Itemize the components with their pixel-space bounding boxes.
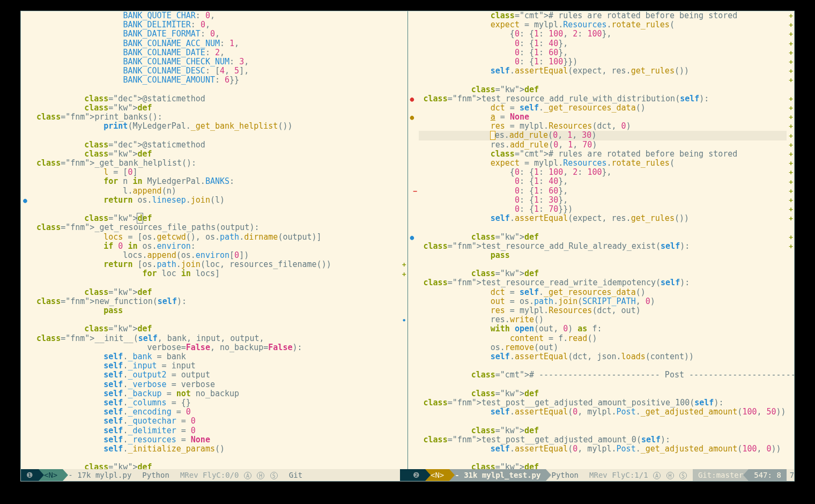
code-line[interactable]: res.write()	[419, 315, 787, 324]
code-line[interactable]: expect = mylpl.Resources.rotate_rules(	[419, 20, 787, 29]
code-line[interactable]: BANK_COLNAME_ACC_NUM: 1,	[32, 39, 400, 48]
code-line[interactable]: class="kw">def	[419, 389, 787, 398]
code-line[interactable]: self._quotechar = 0	[32, 417, 400, 426]
code-line[interactable]: class="kw">def	[32, 324, 400, 333]
code-line[interactable]: class="kw">def	[32, 150, 400, 159]
code-line[interactable]	[32, 454, 400, 463]
code-line[interactable]: class="kw">def	[32, 103, 400, 113]
code-line[interactable]	[419, 260, 787, 269]
code-line[interactable]: 0: {1: 40},	[419, 177, 787, 186]
code-line[interactable]: locs.append(os.environ[0])	[32, 251, 400, 260]
code-line[interactable]: class="cmt"># rules are rotated before b…	[419, 150, 787, 159]
code-line[interactable]	[419, 361, 787, 370]
code-line[interactable]	[419, 417, 787, 426]
code-line[interactable]: BANK_QUOTE_CHAR: 0,	[32, 11, 400, 20]
code-line[interactable]: class="kw">def	[32, 288, 400, 297]
code-line[interactable]: l = [0]	[32, 168, 400, 177]
code-line[interactable]: 0: {1: 70}})	[419, 205, 787, 214]
code-line[interactable]: self._encoding = 0	[32, 407, 400, 417]
code-line[interactable]: self.assertEqual(expect, res.get_rules()…	[419, 214, 787, 223]
code-line[interactable]: BANK_DATE_FORMAT: 0,	[32, 29, 400, 39]
code-line[interactable]: class="kw">def	[419, 426, 787, 435]
code-line[interactable]: locs = [os.getcwd(), os.path.dirname(out…	[32, 233, 400, 242]
code-line[interactable]: self._input = input	[32, 361, 400, 370]
code-line[interactable]: BANK_COLNAME_AMOUNT: 6}}	[32, 76, 400, 85]
code-line[interactable]: class="kw">def	[419, 269, 787, 278]
code-line[interactable]	[419, 76, 787, 85]
code-line[interactable]: dct = self._get_resources_data()	[419, 288, 787, 297]
code-line[interactable]: class="kw">def	[419, 233, 787, 242]
code-line[interactable]: self.assertEqual(dct, json.loads(content…	[419, 352, 787, 361]
right-pane[interactable]: ●●−● class="cmt"># rules are rotated bef…	[408, 11, 795, 469]
modeline-left[interactable]: ❶ <N> - 17k mylpl.py Python MRev FlyC:0/…	[21, 469, 408, 481]
right-code[interactable]: class="cmt"># rules are rotated before b…	[419, 11, 787, 469]
code-line[interactable]	[32, 131, 400, 140]
code-line[interactable]: self._backup = not no_backup	[32, 389, 400, 398]
code-line[interactable]: class="cmt"># ------------------------- …	[419, 370, 787, 380]
code-line[interactable]: {0: {1: 100, 2: 100},	[419, 29, 787, 39]
code-line[interactable]	[32, 205, 400, 214]
code-line[interactable]: class="kw">def	[32, 214, 400, 223]
ml-major-mode[interactable]: Python	[137, 469, 175, 481]
code-line[interactable]: print(MyLedgerPal._get_bank_helplist())	[32, 122, 400, 131]
code-line[interactable]: BANK_COLNAME_DATE: 2,	[32, 48, 400, 57]
code-line[interactable]: for n in MyLedgerPal.BANKS:	[32, 177, 400, 186]
code-line[interactable]: {0: {1: 100, 2: 100},	[419, 168, 787, 177]
code-line[interactable]: 0: {1: 100}})	[419, 57, 787, 66]
code-line[interactable]	[419, 380, 787, 389]
code-line[interactable]: class="kw">def	[419, 85, 787, 94]
code-line[interactable]: self.assertEqual(0, mylpl.Post._get_adju…	[419, 407, 787, 417]
code-line[interactable]: class="dec">@staticmethod	[32, 140, 400, 150]
code-line[interactable]: res.add_rule(0, 1, 70)	[419, 140, 787, 150]
code-line[interactable]: a = None	[419, 113, 787, 122]
code-line[interactable]: self._output2 = output	[32, 370, 400, 380]
code-line[interactable]: verbose=False, no_backup=False):	[32, 343, 400, 352]
code-line[interactable]: class="kw">def	[419, 463, 787, 469]
left-pane[interactable]: ● BANK_QUOTE_CHAR: 0, BANK_DELIMITER: 0,…	[21, 11, 408, 469]
code-line[interactable]: 0: {1: 40},	[419, 39, 787, 48]
code-line[interactable]: es.add_rule(0, 1, 30)	[419, 131, 787, 140]
ml-buffer-name[interactable]: - 31k mylpl_test.py	[449, 469, 546, 481]
ml-major-mode[interactable]: Python	[546, 469, 584, 481]
code-line[interactable]: res = mylpl.Resources(dct, out)	[419, 306, 787, 315]
code-line[interactable]	[419, 454, 787, 463]
code-line[interactable]: pass	[32, 306, 400, 315]
code-line[interactable]: res = mylpl.Resources(dct, 0)	[419, 122, 787, 131]
code-line[interactable]: dct = self._get_resources_data()	[419, 103, 787, 113]
code-line[interactable]: pass	[419, 251, 787, 260]
modeline-right[interactable]: ❷ <N> - 31k mylpl_test.py Python MRev Fl…	[408, 469, 794, 481]
code-line[interactable]: out = os.path.join(SCRIPT_PATH, 0)	[419, 297, 787, 306]
code-line[interactable]: return [os.path.join(loc, resources_file…	[32, 260, 400, 269]
code-line[interactable]: if 0 in os.environ:	[32, 242, 400, 251]
code-line[interactable]: BANK_COLNAME_CHECK_NUM: 3,	[32, 57, 400, 66]
code-line[interactable]: self._columns = {}	[32, 398, 400, 407]
code-line[interactable]: BANK_DELIMITER: 0,	[32, 20, 400, 29]
code-line[interactable]	[32, 278, 400, 287]
code-line[interactable]: class="dec">@staticmethod	[32, 94, 400, 103]
ml-scrollbar[interactable]	[400, 469, 408, 481]
code-line[interactable]: self._resources = None	[32, 435, 400, 444]
code-line[interactable]: self._verbose = verbose	[32, 380, 400, 389]
code-line[interactable]: class="cmt"># rules are rotated before b…	[419, 11, 787, 20]
left-code[interactable]: BANK_QUOTE_CHAR: 0, BANK_DELIMITER: 0, B…	[32, 11, 400, 469]
code-line[interactable]: self._initialize_params()	[32, 444, 400, 454]
code-line[interactable]: l.append(n)	[32, 187, 400, 196]
code-line[interactable]: expect = mylpl.Resources.rotate_rules(	[419, 159, 787, 168]
code-line[interactable]: os.remove(out)	[419, 343, 787, 352]
code-line[interactable]: class="kw">def	[32, 463, 400, 469]
code-line[interactable]: BANK_COLNAME_DESC: [4, 5],	[32, 66, 400, 76]
code-line[interactable]: self.assertEqual(0, mylpl.Post._get_adju…	[419, 444, 787, 454]
code-line[interactable]: for loc in locs]	[32, 269, 400, 278]
code-line[interactable]: 0: {1: 30},	[419, 196, 787, 205]
code-line[interactable]: content = f.read()	[419, 334, 787, 343]
code-line[interactable]	[32, 85, 400, 94]
code-line[interactable]: self._delimiter = 0	[32, 426, 400, 435]
code-line[interactable]: with open(out, 0) as f:	[419, 324, 787, 333]
code-line[interactable]: return os.linesep.join(l)	[32, 196, 400, 205]
ml-buffer-name[interactable]: - 17k mylpl.py	[63, 469, 137, 481]
code-line[interactable]: 0: {1: 60},	[419, 48, 787, 57]
code-line[interactable]: self.assertEqual(expect, res.get_rules()…	[419, 66, 787, 76]
code-line[interactable]	[419, 223, 787, 232]
code-line[interactable]	[32, 315, 400, 324]
code-line[interactable]: 0: {1: 60},	[419, 187, 787, 196]
